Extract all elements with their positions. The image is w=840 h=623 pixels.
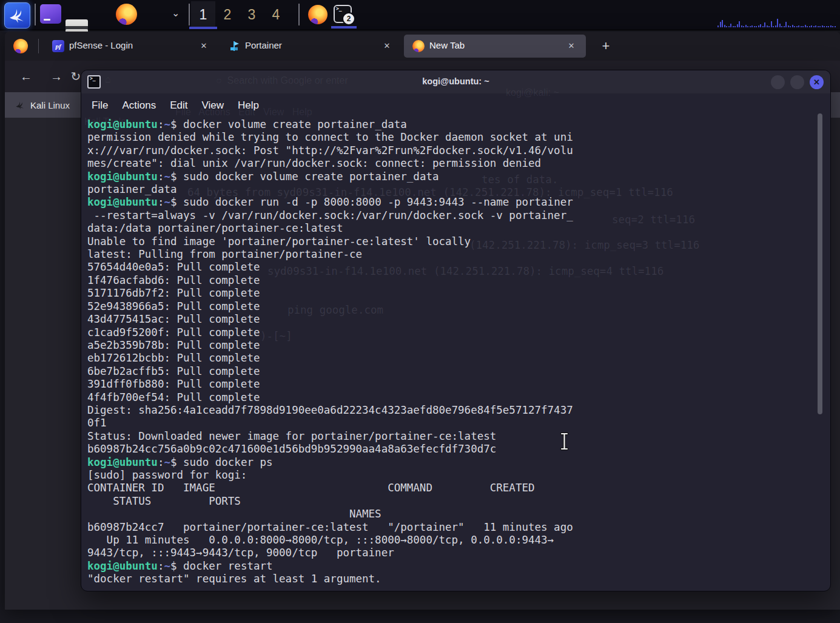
window-count-badge: 2 — [342, 12, 355, 25]
pfsense-favicon: pf — [52, 40, 64, 52]
minimize-button[interactable] — [771, 75, 785, 89]
workspace-switcher: 1234 — [191, 0, 288, 30]
tab-portainer[interactable]: Portainer ✕ — [220, 32, 402, 61]
kali-menu-button[interactable] — [4, 2, 30, 29]
tab-close-icon[interactable]: ✕ — [198, 40, 210, 52]
taskbar: $_ ⌄ 1234 >_ 2 — [0, 0, 840, 30]
maximize-button[interactable] — [790, 75, 804, 89]
firefox-launcher-icon[interactable] — [116, 4, 137, 25]
menu-item-view[interactable]: View — [201, 99, 224, 112]
tab-label: pfSense - Login — [69, 40, 133, 50]
tab-label: Portainer — [245, 40, 282, 50]
taskbar-separator — [35, 4, 36, 25]
tab-close-icon[interactable]: ✕ — [565, 40, 577, 52]
terminal-window: kogi@ubuntu: ~ ✕ FileActionsEditViewHelp… — [81, 70, 831, 591]
terminal-text: kogi@ubuntu:~$ docker volume create port… — [87, 118, 573, 586]
terminal-title: kogi@ubuntu: ~ — [81, 76, 830, 86]
tab-bar: pf pfSense - Login ✕ Portainer ✕ New Tab… — [5, 32, 840, 61]
kali-dragon-icon — [7, 5, 27, 25]
ibeam-cursor — [559, 432, 570, 453]
taskbar-separator — [189, 4, 190, 25]
tab-separator — [38, 39, 39, 53]
tab-label: New Tab — [429, 40, 465, 50]
menu-item-file[interactable]: File — [92, 99, 108, 112]
chevron-down-icon[interactable]: ⌄ — [172, 8, 180, 18]
close-button[interactable]: ✕ — [810, 75, 824, 89]
portainer-favicon — [228, 40, 240, 52]
workspace-1[interactable]: 1 — [191, 1, 215, 28]
terminal-scrollbar[interactable] — [818, 113, 822, 414]
bookmark-label: Kali Linux — [30, 100, 70, 110]
bookmark-kali-linux[interactable]: Kali Linux — [15, 97, 70, 113]
display-settings-icon[interactable] — [40, 4, 61, 24]
terminal-content: kogi@ubuntu:~$ docker volume create port… — [81, 117, 830, 591]
terminal-window-button[interactable]: >_ 2 — [334, 5, 352, 23]
menu-item-edit[interactable]: Edit — [170, 99, 187, 112]
workspace-3[interactable]: 3 — [240, 1, 264, 28]
terminal-glyph: >_ — [336, 6, 342, 12]
workspace-4[interactable]: 4 — [264, 1, 288, 28]
forward-button[interactable]: → — [49, 69, 64, 84]
tab-pfsense[interactable]: pf pfSense - Login ✕ — [44, 32, 218, 61]
firefox-favicon — [412, 40, 425, 52]
taskbar-separator — [298, 4, 300, 25]
network-graph — [717, 12, 838, 27]
new-tab-button[interactable]: + — [597, 38, 614, 55]
firefox-view-button[interactable] — [13, 39, 28, 53]
menu-item-actions[interactable]: Actions — [122, 99, 156, 112]
kali-bookmark-icon — [15, 99, 25, 110]
tab-new-tab[interactable]: New Tab ✕ — [404, 35, 586, 58]
back-button[interactable]: ← — [18, 69, 34, 84]
tab-close-icon[interactable]: ✕ — [381, 40, 393, 52]
terminal-menubar: FileActionsEditViewHelp — [81, 93, 830, 117]
workspace-2[interactable]: 2 — [215, 1, 240, 28]
active-window-underline — [331, 26, 357, 29]
menu-item-help[interactable]: Help — [238, 99, 259, 112]
firefox-window-button[interactable] — [308, 5, 328, 24]
terminal-titlebar[interactable]: kogi@ubuntu: ~ ✕ — [81, 70, 830, 93]
